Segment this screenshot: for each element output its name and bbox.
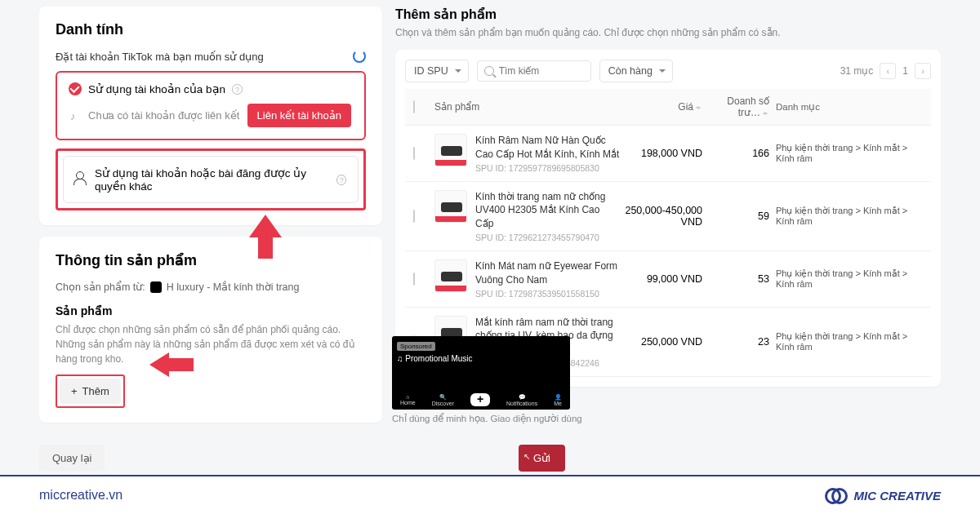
identity-card: Danh tính Đặt tài khoản TikTok mà bạn mu… <box>39 7 382 225</box>
col-product: Sản phẩm <box>434 101 621 113</box>
product-thumb <box>434 190 467 223</box>
authorized-highlight-box: Sử dụng tài khoản hoặc bài đăng được ủy … <box>56 148 366 210</box>
product-name: Kính thời trang nam nữ chống UV400 H2305… <box>475 190 621 231</box>
product-desc: Chỉ được chọn những sản phẩm có sẵn để p… <box>56 322 366 366</box>
sales-cell: 166 <box>702 148 776 159</box>
link-account-button[interactable]: Liên kết tài khoản <box>247 104 351 127</box>
use-authorized-option[interactable]: Sử dụng tài khoản hoặc bài đăng được ủy … <box>63 156 359 203</box>
price-cell: 198,000 VND <box>621 148 702 159</box>
spu-id: SPU ID: 1729873539501558150 <box>475 289 621 299</box>
add-products-subtitle: Chọn và thêm sản phẩm bạn muốn quảng cáo… <box>395 27 941 38</box>
add-products-title: Thêm sản phẩm <box>395 7 941 22</box>
category-cell: Phụ kiện thời trang > Kính mắt > Kính râ… <box>776 143 923 163</box>
table-row: Kính Mát nam nữ Eyewear Form Vuông Cho N… <box>405 251 931 308</box>
page-number: 1 <box>902 65 908 77</box>
store-icon <box>150 281 162 293</box>
col-price[interactable]: Giá <box>621 101 702 113</box>
price-cell: 250,000 VND <box>621 336 702 348</box>
product-name: Kính Râm Nam Nữ Hàn Quốc Cao Cấp Hot Mắt… <box>475 134 621 162</box>
nav-discover-icon: 🔍Discover <box>432 394 454 406</box>
product-info-card: Thông tin sản phẩm Chọn sản phẩm từ: H l… <box>39 237 382 423</box>
stock-filter-select[interactable]: Còn hàng <box>599 60 673 82</box>
infinity-icon <box>825 488 848 503</box>
set-account-label: Đặt tài khoản TikTok mà bạn muốn sử dụng <box>56 51 264 63</box>
check-icon <box>69 82 82 95</box>
plus-icon: + <box>71 385 78 397</box>
sales-cell: 23 <box>702 336 776 348</box>
sort-icon <box>696 104 702 112</box>
col-sales[interactable]: Doanh số trư… <box>702 95 776 118</box>
add-button-label: Thêm <box>82 385 109 397</box>
footer-brand: MIC CREATIVE <box>825 488 941 503</box>
use-own-account-label: Sử dụng tài khoản của bạn <box>88 82 225 95</box>
footer-site: miccreative.vn <box>39 488 122 503</box>
bottom-bar: Quay lại Gửi <box>39 445 941 472</box>
row-checkbox[interactable] <box>413 147 415 160</box>
category-cell: Phụ kiện thời trang > Kính mắt > Kính râ… <box>776 206 923 226</box>
select-from-label: Chọn sản phẩm từ: <box>56 281 145 293</box>
nav-me-icon: 👤Me <box>554 394 562 406</box>
help-icon[interactable]: ? <box>336 175 346 185</box>
item-count: 31 mục <box>840 65 874 77</box>
nav-plus-icon: + <box>470 393 490 406</box>
use-authorized-label: Sử dụng tài khoản hoặc bài đăng được ủy … <box>95 166 330 193</box>
footer: miccreative.vn MIC CREATIVE <box>0 475 980 514</box>
no-account-label: Chưa có tài khoản được liên kết <box>88 109 239 122</box>
col-category: Danh mục <box>776 101 923 113</box>
products-table: Sản phẩm Giá Doanh số trư… Danh mục Kính… <box>405 89 931 377</box>
add-button-highlight: + Thêm <box>56 374 125 408</box>
product-info-title: Thông tin sản phẩm <box>56 251 366 269</box>
sales-cell: 53 <box>702 273 776 285</box>
brand-text: MIC CREATIVE <box>854 489 941 503</box>
price-cell: 99,000 VND <box>621 273 702 285</box>
user-icon <box>75 173 88 186</box>
sales-cell: 59 <box>702 210 776 222</box>
promo-music-label: ♫ Promotional Music <box>397 354 565 363</box>
table-row: Kính Râm Nam Nữ Hàn Quốc Cao Cấp Hot Mắt… <box>405 126 931 182</box>
table-row: Kính thời trang nam nữ chống UV400 H2305… <box>405 182 931 251</box>
search-icon <box>484 66 494 76</box>
id-filter-select[interactable]: ID SPU <box>405 60 469 82</box>
refresh-icon[interactable] <box>353 50 366 63</box>
annotation-arrow-left <box>149 352 194 377</box>
select-all-checkbox[interactable] <box>413 100 415 113</box>
product-section-label: Sản phẩm <box>56 304 366 317</box>
row-checkbox[interactable] <box>413 210 415 223</box>
search-input-wrap[interactable] <box>477 60 591 82</box>
sort-icon <box>763 109 769 117</box>
nav-notifications-icon: 💬Notifications <box>506 394 537 406</box>
row-checkbox[interactable] <box>413 273 415 286</box>
search-input[interactable] <box>499 65 556 77</box>
nav-home-icon: ⌂Home <box>400 394 416 405</box>
table-header: Sản phẩm Giá Doanh số trư… Danh mục <box>405 89 931 126</box>
send-button[interactable]: Gửi <box>519 445 565 472</box>
category-cell: Phụ kiện thời trang > Kính mắt > Kính râ… <box>776 331 923 352</box>
category-cell: Phụ kiện thời trang > Kính mắt > Kính râ… <box>776 268 923 289</box>
prev-page-button[interactable]: ‹ <box>880 63 896 79</box>
product-thumb <box>434 134 467 166</box>
preview-caption: Chỉ dùng để minh họa. Giao diện người dù… <box>392 413 582 424</box>
add-product-button[interactable]: + Thêm <box>60 379 121 404</box>
back-button[interactable]: Quay lại <box>39 445 105 472</box>
identity-title: Danh tính <box>56 21 366 38</box>
spu-id: SPU ID: 1729621273455790470 <box>475 233 621 242</box>
next-page-button[interactable]: › <box>915 63 931 79</box>
spu-id: SPU ID: 1729597789695805830 <box>475 163 621 173</box>
product-name: Kính Mát nam nữ Eyewear Form Vuông Cho N… <box>475 259 621 287</box>
sponsored-badge: Sponsored <box>397 342 435 351</box>
music-note-icon <box>70 110 82 122</box>
price-cell: 250,000-450,000 VND <box>621 205 702 228</box>
use-own-account-option[interactable]: Sử dụng tài khoản của bạn ? Chưa có tài … <box>56 71 366 140</box>
tiktok-preview: Sponsored ♫ Promotional Music ⌂Home 🔍Dis… <box>392 336 570 410</box>
help-icon[interactable]: ? <box>232 84 243 95</box>
store-name: H luxury - Mắt kính thời trang <box>167 281 300 293</box>
tiktok-nav: ⌂Home 🔍Discover + 💬Notifications 👤Me <box>392 393 570 406</box>
product-thumb <box>434 259 467 292</box>
